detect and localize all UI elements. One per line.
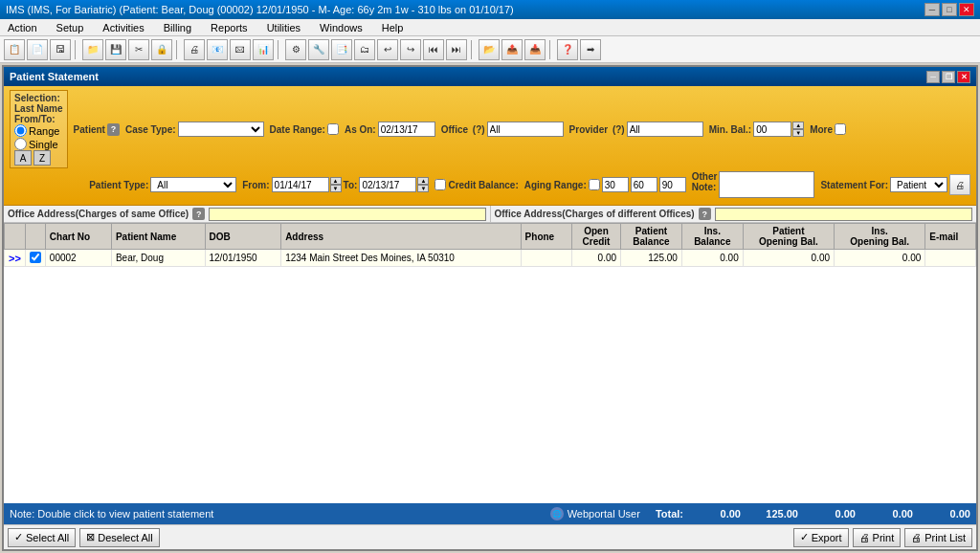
from-spinner[interactable]: ▲ ▼	[330, 177, 342, 192]
spin-down[interactable]: ▼	[792, 129, 804, 137]
cell-check[interactable]	[25, 250, 45, 267]
deselect-all-button[interactable]: ⊠ Deselect All	[79, 528, 159, 547]
menu-windows[interactable]: Windows	[316, 21, 367, 34]
az-from[interactable]: A	[14, 150, 32, 166]
statement-for-select[interactable]: Patient	[890, 177, 947, 192]
toolbar-btn-8[interactable]: 🖨	[184, 39, 205, 60]
menu-action[interactable]: Action	[4, 21, 41, 34]
export-button[interactable]: ✓ Export	[793, 528, 849, 547]
toolbar-btn-4[interactable]: 📁	[82, 39, 103, 60]
single-radio-item[interactable]: Single	[14, 138, 63, 150]
col-phone[interactable]: Phone	[521, 224, 571, 250]
col-dob[interactable]: DOB	[205, 224, 281, 250]
toolbar-btn-17[interactable]: ↪	[400, 39, 421, 60]
toolbar-btn-7[interactable]: 🔒	[151, 39, 172, 60]
select-all-button[interactable]: ✓ Select All	[8, 528, 76, 547]
toolbar-separator-2	[176, 40, 180, 59]
col-open-credit[interactable]: OpenCredit	[571, 224, 620, 250]
toolbar-btn-22[interactable]: 📥	[524, 39, 546, 60]
case-type-select[interactable]	[178, 122, 264, 137]
toolbar-btn-18[interactable]: ⏮	[423, 39, 444, 60]
toolbar-btn-2[interactable]: 📄	[27, 39, 48, 60]
toolbar-btn-6[interactable]: ✂	[128, 39, 149, 60]
toolbar-btn-11[interactable]: 📊	[253, 39, 274, 60]
toolbar-btn-3[interactable]: 🖫	[50, 39, 71, 60]
minimize-button[interactable]: ─	[924, 3, 940, 16]
row-checkbox[interactable]	[30, 252, 41, 263]
aging-30[interactable]	[602, 177, 629, 192]
addr-left-help[interactable]: ?	[192, 208, 205, 220]
toolbar-btn-16[interactable]: ↩	[377, 39, 398, 60]
to-input[interactable]	[359, 177, 416, 192]
print-icon-btn[interactable]: 🖨	[949, 174, 970, 195]
min-bal-spinner[interactable]: ▲ ▼	[792, 122, 804, 137]
az-to[interactable]: Z	[33, 150, 51, 166]
office-label: Office	[441, 124, 468, 135]
more-label: More	[810, 124, 833, 135]
table-row[interactable]: >> 00002 Bear, Doug 12/01/1950 1234 Main…	[5, 250, 976, 267]
toolbar-btn-24[interactable]: ➡	[580, 39, 601, 60]
col-patient-balance[interactable]: PatientBalance	[621, 224, 682, 250]
toolbar-btn-13[interactable]: 🔧	[308, 39, 329, 60]
col-ins-balance[interactable]: Ins.Balance	[681, 224, 743, 250]
office-input[interactable]	[487, 122, 564, 137]
toolbar-btn-20[interactable]: 📂	[479, 39, 500, 60]
spin-up[interactable]: ▲	[792, 122, 804, 129]
toolbar-btn-5[interactable]: 💾	[105, 39, 126, 60]
toolbar-btn-19[interactable]: ⏭	[446, 39, 467, 60]
credit-balance-checkbox[interactable]	[434, 179, 446, 190]
col-email[interactable]: E-mail	[925, 224, 976, 250]
print-button[interactable]: 🖨 Print	[853, 528, 902, 547]
from-spin-up[interactable]: ▲	[330, 177, 342, 185]
toolbar-btn-14[interactable]: 📑	[331, 39, 352, 60]
toolbar-btn-23[interactable]: ❓	[557, 39, 578, 60]
range-radio-item[interactable]: Range	[14, 124, 63, 137]
aging-60[interactable]	[631, 177, 657, 192]
col-address[interactable]: Address	[281, 224, 521, 250]
aging-checkbox[interactable]	[589, 179, 600, 190]
min-bal-input[interactable]	[753, 122, 791, 137]
inner-restore-button[interactable]: ❐	[942, 71, 955, 83]
patient-type-select[interactable]: All	[150, 177, 236, 192]
range-radio[interactable]	[14, 124, 27, 137]
menu-utilities[interactable]: Utilities	[263, 21, 304, 34]
toolbar-btn-9[interactable]: 📧	[207, 39, 228, 60]
toolbar-btn-21[interactable]: 📤	[501, 39, 523, 60]
print-list-button[interactable]: 🖨 Print List	[904, 528, 972, 547]
to-spin-up[interactable]: ▲	[417, 177, 429, 185]
close-button[interactable]: ✕	[959, 3, 974, 16]
maximize-button[interactable]: □	[942, 3, 957, 16]
toolbar-btn-1[interactable]: 📋	[4, 39, 25, 60]
from-input[interactable]	[272, 177, 329, 192]
provider-input[interactable]	[627, 122, 703, 137]
menu-activities[interactable]: Activities	[99, 21, 147, 34]
menu-reports[interactable]: Reports	[207, 21, 252, 34]
addr-right-help[interactable]: ?	[699, 208, 711, 220]
patient-help[interactable]: ?	[107, 123, 120, 136]
to-spin-down[interactable]: ▼	[417, 185, 429, 192]
addr-left-input[interactable]: Address of Service Office	[209, 208, 485, 221]
col-patient-opening[interactable]: PatientOpening Bal.	[743, 224, 834, 250]
menu-setup[interactable]: Setup	[53, 21, 88, 34]
toolbar-btn-15[interactable]: 🗂	[354, 39, 375, 60]
as-on-input[interactable]	[378, 122, 435, 137]
date-range-checkbox[interactable]	[327, 123, 339, 135]
inner-minimize-button[interactable]: ─	[926, 71, 940, 83]
inner-close-button[interactable]: ✕	[957, 71, 970, 83]
total-patient-opening: 0.00	[875, 508, 913, 520]
toolbar-btn-10[interactable]: 🖂	[230, 39, 251, 60]
other-note-input[interactable]	[719, 171, 814, 198]
from-spin-down[interactable]: ▼	[330, 185, 342, 192]
more-checkbox[interactable]	[835, 123, 846, 135]
single-radio[interactable]	[14, 138, 27, 150]
other-note-label: OtherNote:	[692, 171, 718, 192]
col-chart-no[interactable]: Chart No	[45, 224, 111, 250]
col-ins-opening[interactable]: Ins.Opening Bal.	[835, 224, 925, 250]
toolbar-btn-12[interactable]: ⚙	[285, 39, 306, 60]
menu-help[interactable]: Help	[378, 21, 408, 34]
col-patient-name[interactable]: Patient Name	[111, 224, 205, 250]
aging-90[interactable]	[659, 177, 686, 192]
menu-billing[interactable]: Billing	[160, 21, 195, 34]
addr-right-input[interactable]: Address of First Service Line Office	[715, 208, 972, 221]
to-spinner[interactable]: ▲ ▼	[417, 177, 429, 192]
